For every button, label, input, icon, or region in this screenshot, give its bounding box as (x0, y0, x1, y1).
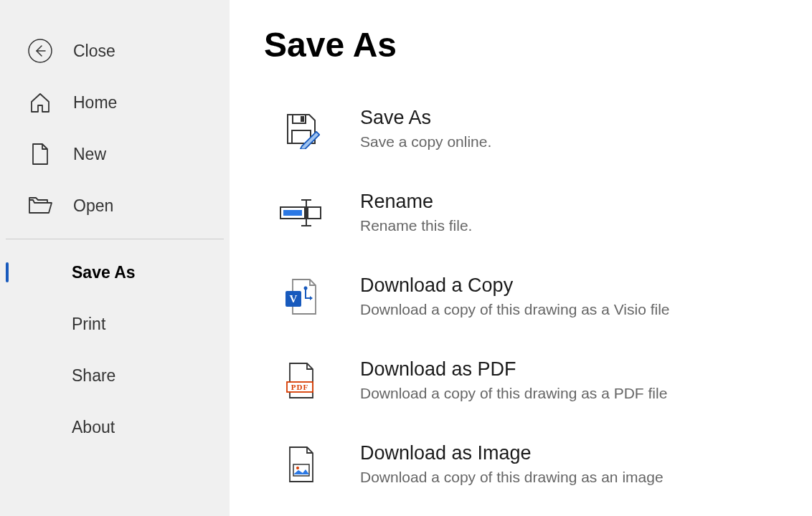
option-title: Download a Copy (360, 274, 670, 298)
sidebar: Close Home New Open Save As (0, 0, 230, 516)
option-download-pdf[interactable]: PDF Download as PDF Download a copy of t… (264, 345, 778, 416)
rename-icon (275, 191, 326, 234)
sidebar-item-share[interactable]: Share (0, 350, 230, 401)
option-text: Download as PDF Download a copy of this … (360, 358, 667, 403)
sidebar-item-new[interactable]: New (0, 128, 230, 180)
open-folder-icon (27, 193, 53, 219)
sidebar-item-close[interactable]: Close (0, 25, 230, 77)
svg-text:V: V (290, 293, 298, 305)
option-title: Download as PDF (360, 358, 667, 382)
sidebar-label-close: Close (73, 42, 115, 61)
option-save-as[interactable]: Save As Save a copy online. (264, 93, 778, 164)
sidebar-label-open: Open (73, 196, 113, 216)
sidebar-label-print: Print (72, 315, 105, 334)
option-text: Save As Save a copy online. (360, 106, 491, 151)
sidebar-item-home[interactable]: Home (0, 77, 230, 128)
main-content: Save As Save As Save a copy online. (230, 0, 812, 516)
visio-file-icon: V (275, 275, 326, 318)
sidebar-label-about: About (72, 418, 115, 437)
sidebar-item-about[interactable]: About (0, 401, 230, 453)
option-desc: Rename this file. (360, 216, 472, 235)
sidebar-divider (6, 239, 224, 239)
sidebar-item-open[interactable]: Open (0, 180, 230, 231)
option-title: Download as Image (360, 441, 664, 466)
option-title: Save As (360, 106, 491, 130)
svg-rect-6 (308, 207, 321, 219)
svg-point-14 (296, 467, 299, 469)
new-file-icon (27, 141, 53, 167)
page-title: Save As (264, 25, 778, 64)
svg-rect-5 (283, 210, 302, 216)
option-title: Rename (360, 190, 472, 214)
sidebar-item-save-as[interactable]: Save As (0, 247, 230, 298)
sidebar-label-home: Home (73, 93, 117, 113)
sidebar-label-save-as: Save As (72, 263, 136, 282)
pdf-file-icon: PDF (275, 359, 326, 402)
option-text: Download a Copy Download a copy of this … (360, 274, 670, 319)
svg-text:PDF: PDF (291, 383, 308, 391)
option-download-image[interactable]: Download as Image Download a copy of thi… (264, 429, 778, 500)
option-desc: Download a copy of this drawing as an im… (360, 467, 664, 487)
home-icon (27, 90, 53, 115)
option-desc: Save a copy online. (360, 132, 491, 151)
option-download-copy[interactable]: V Download a Copy Download a copy of thi… (264, 261, 778, 332)
sidebar-label-new: New (73, 145, 106, 164)
sidebar-label-share: Share (72, 366, 115, 386)
svg-point-10 (304, 286, 308, 290)
option-text: Rename Rename this file. (360, 190, 472, 235)
option-text: Download as Image Download a copy of thi… (360, 441, 664, 487)
save-as-icon (275, 108, 326, 150)
back-arrow-icon (27, 38, 53, 64)
option-desc: Download a copy of this drawing as a PDF… (360, 383, 667, 403)
option-desc: Download a copy of this drawing as a Vis… (360, 300, 670, 319)
sidebar-item-print[interactable]: Print (0, 298, 230, 350)
svg-rect-2 (301, 116, 304, 122)
image-file-icon (275, 443, 326, 486)
option-rename[interactable]: Rename Rename this file. (264, 177, 778, 248)
